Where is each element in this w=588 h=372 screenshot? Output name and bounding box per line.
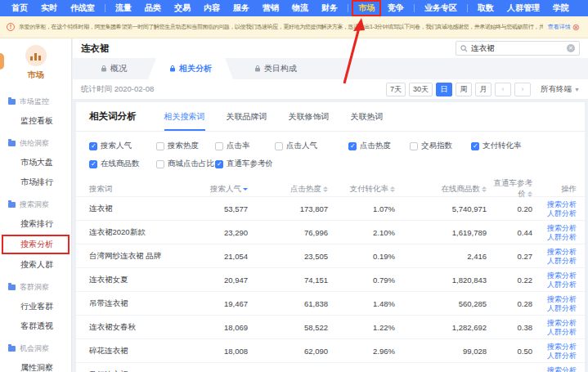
next-arrow-button[interactable]: › [514, 83, 531, 96]
range-button-2[interactable]: 30天 [409, 83, 433, 96]
checkbox-unchecked-icon[interactable] [156, 160, 164, 168]
filter-checkbox-1-5[interactable]: 点击热度 [348, 141, 410, 151]
sidebar-item-14[interactable]: 属性洞察 [0, 358, 71, 372]
filter-checkbox-1-6[interactable]: 交易指数 [410, 141, 471, 151]
crowd-analysis-link[interactable]: 人群分析 [547, 328, 577, 336]
sidebar-item-4[interactable]: 市场大盘 [0, 153, 71, 173]
nav-item-14[interactable]: 业务专区 [418, 0, 464, 16]
filter-checkbox-1-7[interactable]: 支付转化率 [471, 141, 572, 151]
prev-arrow-button[interactable]: ‹ [495, 83, 511, 96]
filter-checkbox-2-3[interactable]: 直通车参考价 [215, 159, 275, 169]
cell-value: 173,807 [248, 204, 328, 213]
search-analysis-link[interactable]: 搜索分析 [547, 319, 577, 327]
cell-value: 0.19% [328, 252, 395, 261]
range-button-3[interactable]: 日 [436, 83, 452, 96]
cell-value: 53,577 [197, 204, 248, 213]
search-analysis-link[interactable]: 搜索分析 [547, 295, 577, 303]
nav-item-4[interactable]: 流量 [109, 0, 138, 16]
sidebar-item-9[interactable]: 搜索人群 [0, 255, 71, 275]
close-icon[interactable]: ⊗ [571, 23, 581, 32]
range-button-1[interactable]: 7天 [386, 83, 406, 96]
keyword-search-input[interactable]: 连衣裙 ✕ [456, 41, 580, 56]
column-header-4[interactable]: 支付转化率 [328, 184, 395, 195]
sidebar-item-12[interactable]: 客群透视 [0, 316, 71, 336]
crowd-analysis-link[interactable]: 人群分析 [547, 233, 577, 241]
search-analysis-link[interactable]: 搜索分析 [547, 248, 577, 256]
tab-1[interactable]: 概况 [79, 58, 148, 79]
search-analysis-link[interactable]: 搜索分析 [547, 224, 577, 232]
tab-label: 类目构成 [264, 63, 297, 74]
word-tab-2[interactable]: 关联品牌词 [227, 111, 267, 131]
nav-item-8[interactable]: 服务 [227, 0, 256, 16]
nav-item-11[interactable]: 财务 [315, 0, 344, 16]
checkbox-unchecked-icon[interactable] [410, 142, 418, 150]
search-analysis-link[interactable]: 搜索分析 [547, 271, 577, 280]
sidebar-menu: 市场监控监控看板供给洞察市场大盘市场排行搜索洞察搜索排行搜索分析搜索人群客群洞察… [0, 92, 71, 372]
filter-checkbox-1-4[interactable]: 点击人气 [275, 141, 348, 151]
word-tab-4[interactable]: 关联热词 [351, 111, 384, 131]
crowd-analysis-link[interactable]: 人群分析 [547, 352, 577, 360]
nav-item-12[interactable]: 市场 [352, 0, 381, 16]
nav-item-10[interactable]: 物流 [285, 0, 315, 16]
table-header: 搜索词搜索人气点击热度支付转化率在线商品数直通车参考价操作 [76, 178, 585, 196]
crowd-analysis-link[interactable]: 人群分析 [547, 280, 577, 289]
row-actions: 搜索分析人群分析 [532, 224, 577, 241]
nav-item-17[interactable]: 学院 [546, 0, 576, 16]
filter-checkbox-2-1[interactable]: 在线商品数 [89, 159, 156, 169]
notice-bar: ! 亲爱的掌柜，在这个特殊时期，阿里集团希望第一时间了解您生意动态和当前面临的问… [0, 16, 588, 38]
word-tab-3[interactable]: 关联修饰词 [289, 111, 330, 131]
word-tab-1[interactable]: 相关搜索词 [164, 111, 205, 131]
tab-2[interactable]: 相关分析 [148, 58, 233, 79]
nav-item-1[interactable]: 首页 [5, 0, 34, 16]
filter-checkbox-1-3[interactable]: 点击率 [215, 141, 275, 151]
search-value: 连衣裙 [471, 43, 563, 54]
checkbox-checked-icon[interactable] [471, 142, 479, 150]
search-analysis-link[interactable]: 搜索分析 [547, 366, 577, 372]
crowd-analysis-link[interactable]: 人群分析 [547, 304, 577, 312]
checkbox-checked-icon[interactable] [215, 160, 223, 168]
nav-item-16[interactable]: 人群管理 [500, 0, 546, 16]
nav-item-13[interactable]: 竞争 [381, 0, 411, 16]
column-header-3[interactable]: 点击热度 [248, 184, 328, 195]
tab-3[interactable]: 类目构成 [233, 58, 318, 79]
tab-label: 概况 [110, 63, 127, 74]
notice-detail-link[interactable]: 查看详情 [548, 23, 571, 31]
search-analysis-link[interactable]: 搜索分析 [547, 343, 577, 351]
search-analysis-link[interactable]: 搜索分析 [547, 200, 577, 208]
clear-icon[interactable]: ✕ [567, 44, 575, 52]
column-header-5[interactable]: 在线商品数 [395, 184, 487, 195]
sidebar-item-7[interactable]: 搜索排行 [0, 214, 71, 234]
checkbox-unchecked-icon[interactable] [156, 142, 164, 150]
sidebar-item-8[interactable]: 搜索分析 [2, 235, 69, 253]
column-header-6[interactable]: 直通车参考价 [487, 178, 532, 199]
checkbox-unchecked-icon[interactable] [275, 142, 283, 150]
nav-item-6[interactable]: 交易 [168, 0, 197, 16]
folder-icon [8, 99, 16, 105]
nav-item-5[interactable]: 品类 [138, 0, 168, 16]
page-tabs: 概况相关分析类目构成 [73, 58, 588, 79]
nav-item-9[interactable]: 营销 [256, 0, 285, 16]
filter-checkbox-1-2[interactable]: 搜索热度 [156, 141, 215, 151]
filter-checkbox-1-1[interactable]: 搜索人气 [89, 141, 156, 151]
crowd-analysis-link[interactable]: 人群分析 [547, 257, 577, 265]
nav-item-2[interactable]: 实时 [34, 0, 64, 16]
sidebar-collapse-handle[interactable] [0, 53, 4, 69]
nav-item-15[interactable]: 取数 [471, 0, 500, 16]
cell-value: 2.10% [328, 228, 395, 237]
checkbox-checked-icon[interactable] [348, 142, 357, 150]
sidebar-item-11[interactable]: 行业客群 [0, 297, 71, 316]
nav-item-3[interactable]: 作战室 [64, 0, 101, 16]
range-button-5[interactable]: 月 [475, 83, 491, 96]
filter-row: 搜索人气搜索热度点击率点击人气点击热度交易指数支付转化率 [89, 141, 572, 151]
filter-checkbox-2-2[interactable]: 商城点击占比 [156, 159, 215, 169]
terminal-dropdown[interactable]: 所有终端 ▼ [541, 84, 580, 95]
checkbox-checked-icon[interactable] [89, 160, 97, 168]
crowd-analysis-link[interactable]: 人群分析 [547, 209, 577, 217]
checkbox-unchecked-icon[interactable] [215, 142, 223, 150]
sidebar-item-5[interactable]: 市场排行 [0, 173, 71, 192]
range-button-4[interactable]: 周 [456, 83, 472, 96]
checkbox-checked-icon[interactable] [89, 142, 97, 150]
sidebar-item-2[interactable]: 监控看板 [0, 111, 71, 131]
nav-item-7[interactable]: 内容 [197, 0, 227, 16]
column-header-2[interactable]: 搜索人气 [197, 184, 248, 195]
